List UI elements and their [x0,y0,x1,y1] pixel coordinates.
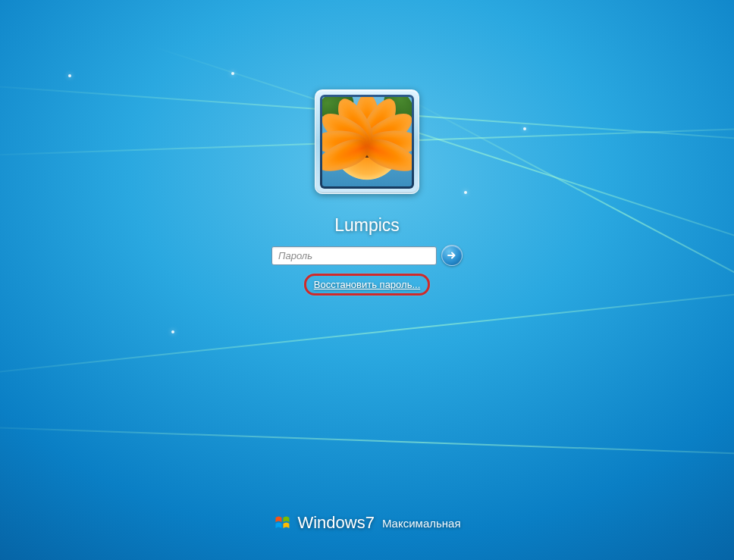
password-input[interactable]: Пароль [271,246,437,265]
reset-password-highlight: Восстановить пароль... [304,274,431,296]
decorative-dot [68,74,71,77]
reset-password-link[interactable]: Восстановить пароль... [314,279,421,290]
arrow-right-icon [446,249,458,261]
os-name: Windows7 [297,513,375,533]
os-name-text: Windows [297,513,365,532]
submit-button[interactable] [441,245,463,266]
os-edition: Максимальная [382,517,461,530]
login-panel: Lumpics Пароль Восстановить пароль... [271,89,463,296]
windows-logo-icon [273,514,291,532]
decorative-dot [171,330,174,333]
login-screen: Lumpics Пароль Восстановить пароль... [0,0,734,560]
decorative-ray [0,424,734,460]
user-avatar[interactable] [315,89,419,194]
decorative-dot [231,72,234,75]
decorative-dot [464,191,467,194]
os-branding: Windows7 Максимальная [273,513,460,533]
password-row: Пароль [271,245,463,266]
decorative-dot [523,127,526,130]
flower-icon [322,97,412,186]
password-placeholder: Пароль [278,250,312,261]
avatar-inner [320,95,414,189]
username-label: Lumpics [334,215,400,236]
os-version-text: 7 [365,513,375,532]
